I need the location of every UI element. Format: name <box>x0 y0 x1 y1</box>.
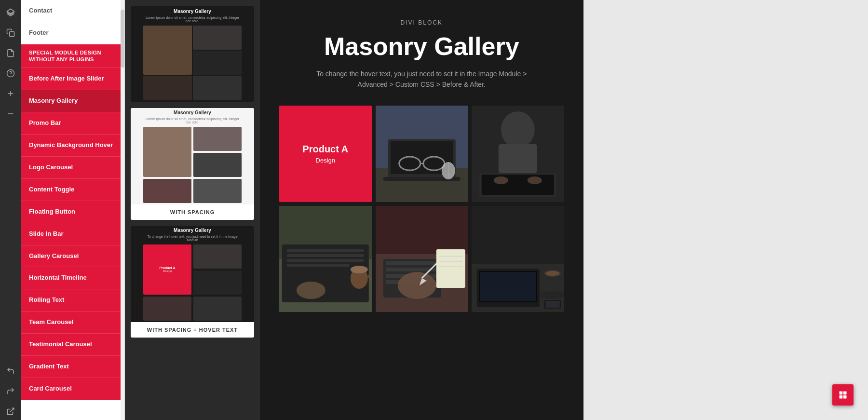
svg-point-58 <box>541 291 564 299</box>
mini-masonry-dark: Masonry Gallery Lorem ipsum dolor sit am… <box>139 6 245 102</box>
product-name: Product A <box>302 144 348 155</box>
sidebar-item-floating-btn[interactable]: Floating Button <box>21 201 124 223</box>
sidebar-item-special: SPECIAL MODULE DESIGN WITHOUT ANY PLUGIN… <box>21 44 124 68</box>
svg-rect-28 <box>287 249 364 252</box>
sidebar-item-card-carousel[interactable]: Card Carousel <box>21 378 124 400</box>
svg-line-7 <box>10 408 14 412</box>
sidebar-item-gallery-carousel[interactable]: Gallery Carousel <box>21 245 124 268</box>
sidebar-item-gradient-text[interactable]: Gradient Text <box>21 356 124 378</box>
sidebar-item-horizontal-timeline[interactable]: Horizontal Timeline <box>21 267 124 289</box>
masonry-showcase: DIVI BLOCK Masonry Gallery To change the… <box>279 19 564 312</box>
svg-rect-31 <box>287 264 350 267</box>
svg-point-33 <box>351 266 368 273</box>
masonry-cell-photo-5 <box>376 206 468 312</box>
product-sub: Design <box>316 157 335 164</box>
svg-point-35 <box>297 282 326 299</box>
masonry-grid: Product A Design <box>279 106 564 312</box>
main-content: DIVI BLOCK Masonry Gallery To change the… <box>260 0 583 420</box>
masonry-cell-photo-6 <box>472 206 564 312</box>
svg-point-43 <box>397 272 436 299</box>
mini-subtitle-2: Lorem ipsum dolor sit amet, consectetur … <box>143 117 242 124</box>
sidebar-scrollbar[interactable] <box>121 0 124 420</box>
svg-rect-30 <box>287 259 364 262</box>
mini-masonry-white: Masonry Gallery Lorem ipsum dolor sit am… <box>139 108 245 204</box>
panel-card-label-hover: WITH SPACING + HOVER TEXT <box>131 322 254 338</box>
panel-card-preview-spacing: Masonry Gallery Lorem ipsum dolor sit am… <box>131 108 254 204</box>
sidebar-item-dynamic-bg[interactable]: Dynamic Background Hover <box>21 135 124 157</box>
sidebar-item-footer[interactable]: Footer <box>21 22 124 44</box>
showcase-divi-label: DIVI BLOCK <box>401 19 443 26</box>
sidebar-item-logo-carousel[interactable]: Logo Carousel <box>21 157 124 179</box>
sidebar-item-testimonial-carousel[interactable]: Testimonial Carousel <box>21 334 124 356</box>
panel-card-hover[interactable]: Masonry Gallery To change the hover text… <box>131 226 254 338</box>
mini-title-3: Masonry Gallery <box>174 228 211 233</box>
panel-card-spacing[interactable]: Masonry Gallery Lorem ipsum dolor sit am… <box>131 108 254 220</box>
svg-rect-20 <box>499 144 537 173</box>
svg-rect-39 <box>385 261 438 265</box>
masonry-cell-photo-4 <box>279 206 372 312</box>
copy-icon[interactable] <box>2 24 19 41</box>
sidebar-scroll[interactable]: Contact Footer SPECIAL MODULE DESIGN WIT… <box>21 0 124 420</box>
sidebar-item-slide-bar[interactable]: Slide In Bar <box>21 223 124 245</box>
help-icon[interactable] <box>2 65 19 82</box>
mini-subtitle-1: Lorem ipsum dolor sit amet, consectetur … <box>143 16 242 23</box>
panel-card-preview-default: Masonry Gallery Lorem ipsum dolor sit am… <box>131 6 254 102</box>
svg-rect-63 <box>840 395 843 399</box>
minus-icon[interactable] <box>2 105 19 122</box>
masonry-cell-photo-2 <box>376 106 468 202</box>
sidebar-item-promo[interactable]: Promo Bar <box>21 112 124 135</box>
sidebar-item-content-toggle[interactable]: Content Toggle <box>21 179 124 201</box>
add-icon[interactable] <box>2 85 19 102</box>
layers-icon[interactable] <box>2 4 19 21</box>
svg-point-57 <box>546 271 559 276</box>
sidebar-item-team-carousel[interactable]: Team Carousel <box>21 312 124 334</box>
svg-point-19 <box>501 111 535 148</box>
mini-title-2: Masonry Gallery <box>174 110 211 115</box>
panel-cards: Masonry Gallery Lorem ipsum dolor sit am… <box>125 0 260 420</box>
svg-point-24 <box>528 176 542 184</box>
mini-grid-1 <box>143 26 242 100</box>
svg-rect-60 <box>546 301 560 308</box>
external-icon[interactable] <box>2 403 19 420</box>
mini-masonry-hover: Masonry Gallery To change the hover text… <box>139 226 245 322</box>
showcase-title: Masonry Gallery <box>324 32 519 61</box>
svg-rect-61 <box>840 392 843 395</box>
panel-card-default[interactable]: Masonry Gallery Lorem ipsum dolor sit am… <box>131 6 254 102</box>
mini-subtitle-3: To change the hover text, you just need … <box>143 235 242 242</box>
icon-bar <box>0 0 21 420</box>
sidebar-item-rolling-text[interactable]: Rolling Text <box>21 289 124 312</box>
undo-icon[interactable] <box>2 362 19 379</box>
svg-rect-1 <box>10 32 14 37</box>
showcase-desc: To change the hover text, you just need … <box>301 68 542 90</box>
document-icon[interactable] <box>2 44 19 62</box>
floating-button[interactable] <box>832 384 854 406</box>
mini-grid-3: Product A Design <box>143 244 242 321</box>
sidebar: Contact Footer SPECIAL MODULE DESIGN WIT… <box>21 0 125 420</box>
svg-rect-54 <box>480 272 536 301</box>
svg-rect-22 <box>482 175 554 195</box>
sidebar-item-masonry[interactable]: Masonry Gallery <box>21 90 124 112</box>
svg-point-23 <box>494 176 508 184</box>
svg-rect-29 <box>287 254 364 257</box>
masonry-cell-product: Product A Design <box>279 106 372 202</box>
svg-rect-62 <box>843 392 847 395</box>
right-area <box>583 0 868 420</box>
panel-card-label-spacing: WITH SPACING <box>131 204 254 220</box>
panel-card-preview-hover: Masonry Gallery To change the hover text… <box>131 226 254 322</box>
sidebar-item-before-after[interactable]: Before After Image Slider <box>21 68 124 90</box>
sidebar-scrollbar-thumb <box>121 10 124 68</box>
sidebar-item-contact[interactable]: Contact <box>21 0 124 22</box>
masonry-cell-photo-3 <box>472 106 564 202</box>
svg-rect-64 <box>843 395 847 399</box>
redo-icon[interactable] <box>2 382 19 400</box>
svg-rect-46 <box>436 249 465 288</box>
mini-grid-2 <box>143 127 242 203</box>
panel-area: Masonry Gallery Lorem ipsum dolor sit am… <box>125 0 260 420</box>
mini-title-1: Masonry Gallery <box>174 9 211 14</box>
